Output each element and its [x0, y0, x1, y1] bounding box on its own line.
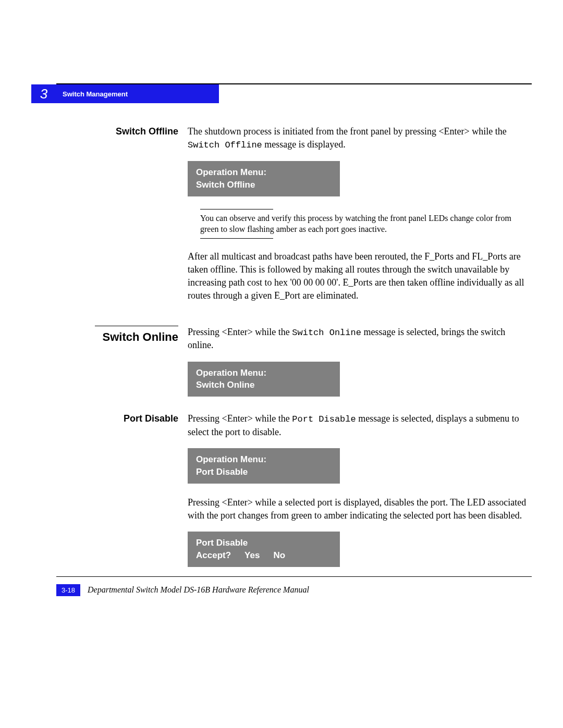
- menu-line: Port Disable: [196, 466, 332, 478]
- body-port-disable: Pressing <Enter> while the Port Disable …: [188, 412, 532, 579]
- page: 3 Switch Management Switch Offline The s…: [31, 83, 532, 593]
- page-number: 3-18: [56, 584, 80, 596]
- menu-port-disable-2: Port Disable Accept? Yes No: [188, 532, 340, 567]
- menu-line: Operation Menu:: [196, 453, 332, 466]
- menu-line: Switch Offline: [196, 179, 332, 191]
- port-disable-para2: Pressing <Enter> while a selected port i…: [188, 496, 532, 522]
- body-switch-offline: The shutdown process is initiated from t…: [188, 125, 532, 312]
- menu-accept-row: Accept? Yes No: [196, 549, 332, 562]
- text: Pressing <Enter> while the: [188, 413, 292, 424]
- switch-offline-para1: The shutdown process is initiated from t…: [188, 125, 532, 152]
- mono-text: Switch Online: [292, 328, 361, 338]
- menu-line: Operation Menu:: [196, 367, 332, 379]
- menu-line: Switch Online: [196, 379, 332, 391]
- section-switch-offline: Switch Offline The shutdown process is i…: [56, 125, 532, 312]
- content-area: Switch Offline The shutdown process is i…: [56, 103, 532, 579]
- section-switch-online: Switch Online Pressing <Enter> while the…: [56, 326, 532, 410]
- footer-title: Departmental Switch Model DS-16B Hardwar…: [88, 585, 309, 595]
- text: The shutdown process is initiated from t…: [188, 126, 507, 137]
- side-label-switch-offline: Switch Offline: [56, 125, 188, 312]
- side-label-port-disable: Port Disable: [56, 412, 188, 579]
- chapter-title: Switch Management: [56, 84, 219, 103]
- chapter-number: 3: [31, 84, 56, 103]
- accept-no: No: [273, 549, 285, 562]
- section-port-disable: Port Disable Pressing <Enter> while the …: [56, 412, 532, 579]
- side-label-switch-online: Switch Online: [56, 326, 188, 410]
- accept-yes: Yes: [244, 549, 260, 562]
- page-footer: 3-18 Departmental Switch Model DS-16B Ha…: [56, 576, 532, 598]
- menu-port-disable-1: Operation Menu: Port Disable: [188, 448, 340, 484]
- label-text: Switch Online: [103, 330, 178, 343]
- menu-line: Operation Menu:: [196, 166, 332, 179]
- accept-label: Accept?: [196, 549, 231, 562]
- note-rule: [200, 238, 273, 239]
- menu-switch-offline: Operation Menu: Switch Offline: [188, 161, 340, 196]
- chapter-tab: 3 Switch Management: [31, 84, 532, 103]
- text: Pressing <Enter> while the: [188, 327, 292, 337]
- note-text: You can observe and verify this process …: [200, 213, 532, 235]
- switch-online-para1: Pressing <Enter> while the Switch Online…: [188, 326, 532, 352]
- side-rule: [95, 326, 178, 326]
- body-switch-online: Pressing <Enter> while the Switch Online…: [188, 326, 532, 410]
- menu-switch-online: Operation Menu: Switch Online: [188, 362, 340, 397]
- port-disable-para1: Pressing <Enter> while the Port Disable …: [188, 412, 532, 439]
- text: message is displayed.: [262, 139, 346, 150]
- note-block: You can observe and verify this process …: [200, 209, 532, 239]
- switch-offline-para2: After all multicast and broadcast paths …: [188, 250, 532, 303]
- mono-text: Switch Offline: [188, 140, 262, 150]
- note-rule: [200, 209, 273, 209]
- menu-line: Port Disable: [196, 537, 332, 549]
- mono-text: Port Disable: [292, 414, 356, 424]
